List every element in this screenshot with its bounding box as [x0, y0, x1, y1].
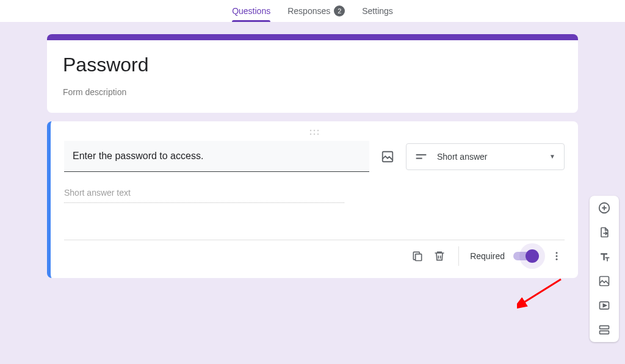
svg-rect-9 — [416, 254, 422, 261]
svg-point-12 — [556, 259, 558, 260]
form-canvas: Password Form description — [0, 22, 625, 364]
drag-handle-icon[interactable] — [64, 127, 565, 138]
svg-point-2 — [317, 130, 319, 131]
form-title[interactable]: Password — [63, 54, 562, 76]
tab-settings[interactable]: Settings — [362, 1, 393, 21]
answer-placeholder: Short answer text — [64, 183, 344, 203]
svg-rect-17 — [600, 331, 609, 334]
required-label: Required — [470, 251, 505, 261]
svg-rect-7 — [416, 154, 427, 155]
form-description[interactable]: Form description — [63, 87, 562, 97]
dropdown-label: Short answer — [437, 152, 540, 162]
add-image-icon[interactable] — [380, 149, 395, 164]
add-video-icon[interactable] — [597, 298, 612, 313]
tab-label: Responses — [287, 6, 330, 16]
svg-rect-8 — [416, 157, 422, 159]
short-answer-icon — [415, 152, 427, 161]
import-questions-icon[interactable] — [597, 225, 612, 240]
question-type-dropdown[interactable]: Short answer ▼ — [406, 143, 565, 170]
svg-point-1 — [314, 130, 315, 131]
svg-point-4 — [314, 134, 315, 135]
more-options-icon[interactable] — [549, 248, 565, 264]
svg-point-0 — [310, 130, 311, 131]
question-footer: Required — [64, 240, 565, 274]
add-image-toolbar-icon[interactable] — [597, 274, 612, 288]
responses-count-badge: 2 — [334, 5, 345, 16]
divider — [458, 246, 459, 266]
duplicate-icon[interactable] — [410, 248, 425, 264]
svg-point-5 — [317, 134, 319, 135]
svg-line-18 — [522, 279, 561, 304]
tab-questions[interactable]: Questions — [232, 1, 270, 21]
question-text-input[interactable] — [64, 141, 369, 172]
tab-label: Settings — [362, 6, 393, 16]
add-title-icon[interactable] — [597, 249, 612, 264]
svg-point-3 — [310, 134, 311, 135]
svg-point-10 — [556, 252, 558, 254]
add-section-icon[interactable] — [597, 323, 612, 337]
svg-rect-16 — [600, 326, 609, 329]
required-toggle[interactable] — [513, 252, 536, 260]
question-card[interactable]: Short answer ▼ Short answer text Requi — [47, 121, 578, 278]
top-tabs: Questions Responses 2 Settings — [0, 0, 625, 22]
form-header-card[interactable]: Password Form description — [47, 34, 578, 113]
tab-label: Questions — [232, 6, 270, 16]
chevron-down-icon: ▼ — [549, 153, 555, 160]
delete-icon[interactable] — [432, 248, 447, 264]
floating-toolbar — [590, 196, 619, 342]
add-question-icon[interactable] — [597, 201, 612, 215]
tab-responses[interactable]: Responses 2 — [287, 1, 345, 21]
annotation-arrow — [517, 277, 566, 309]
svg-point-11 — [556, 255, 558, 257]
